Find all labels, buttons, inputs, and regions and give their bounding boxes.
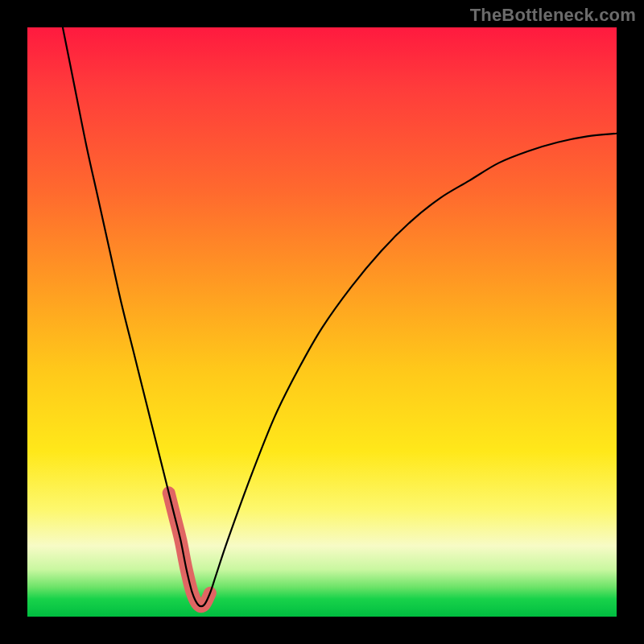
watermark-text: TheBottleneck.com: [470, 5, 636, 26]
curve-svg: [27, 27, 617, 617]
plot-area: [27, 27, 617, 617]
curve-line: [63, 27, 617, 606]
accent-segment: [169, 493, 210, 606]
chart-frame: TheBottleneck.com: [0, 0, 644, 644]
